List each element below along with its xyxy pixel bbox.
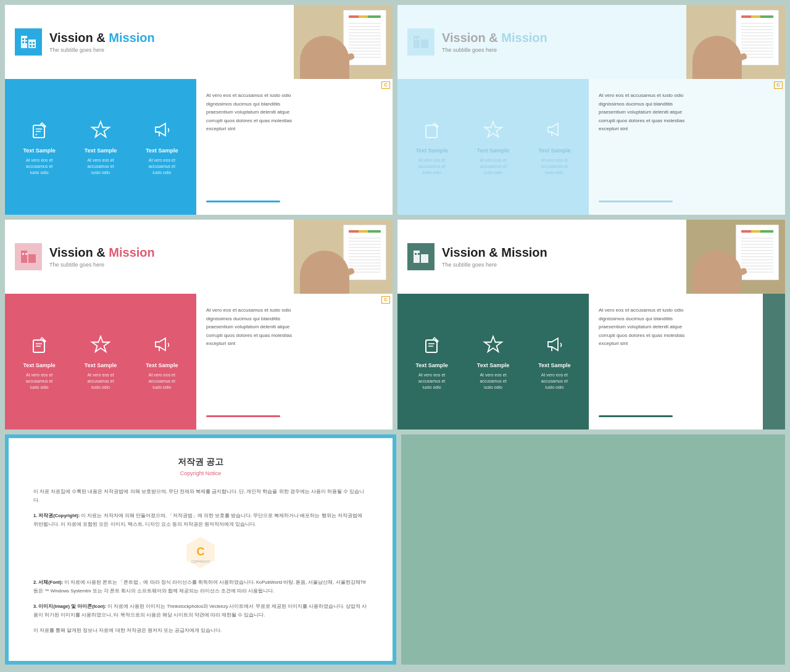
photo-sim-3 <box>294 220 393 294</box>
star-icon-3 <box>89 334 112 356</box>
slide-3-title: Vission & Mission <box>49 246 155 260</box>
body-text-1: At vero eos et accusamus et iusto odio d… <box>206 91 383 133</box>
star-icon-2 <box>482 119 504 141</box>
svg-rect-8 <box>30 45 31 47</box>
svg-rect-6 <box>30 42 31 44</box>
watermark-2: C <box>774 81 783 89</box>
slide-2: Vission & Mission The subtitle goes here <box>397 5 785 215</box>
slide-2-header: Vission & Mission The subtitle goes here <box>397 5 785 79</box>
photo-sim-1 <box>294 5 393 79</box>
svg-rect-28 <box>414 251 420 263</box>
svg-rect-31 <box>418 253 420 255</box>
row-1: Vission & Mission The subtitle goes here <box>5 5 785 215</box>
icon-col-4-2: Text Sample At vero eos etaccusamus etiu… <box>465 333 521 390</box>
megaphone-icon-circle-3 <box>149 333 174 357</box>
icon-col-2: Text Sample At vero eos etaccusamus etiu… <box>72 118 128 175</box>
body-text-4: At vero eos et accusamus et iusto odio d… <box>599 306 775 348</box>
svg-rect-21 <box>28 254 36 263</box>
icon-col-1-text: At vero eos etaccusamus etiusto odio <box>26 157 52 175</box>
slide-2-title: Vission & Mission <box>442 31 547 45</box>
icon-col-4-1-text: At vero eos etaccusamus etiusto odio <box>418 372 445 390</box>
title-prefix-3: Vission & <box>49 246 109 259</box>
icon-col-3-3-text: At vero eos etaccusamus etiusto odio <box>149 372 175 390</box>
svg-text:C: C <box>197 545 205 558</box>
svg-rect-9 <box>33 45 35 47</box>
edit-icon-circle-2 <box>420 118 444 143</box>
slide-1-body: Text Sample At vero eos etaccusamus etiu… <box>5 79 393 215</box>
photo-sim-4 <box>686 220 785 294</box>
svg-rect-16 <box>415 38 417 40</box>
megaphone-icon <box>151 119 173 141</box>
icon-col-2-2-text: At vero eos etaccusamus etiusto odio <box>480 157 506 175</box>
icon-col-2-1: Text Sample At vero eos etaccusamus etiu… <box>404 118 460 175</box>
icon-col-3-1-text: At vero eos etaccusamus etiusto odio <box>26 372 52 390</box>
title-accent-2: Mission <box>501 31 547 44</box>
svg-rect-30 <box>415 253 417 255</box>
hand-sim <box>300 36 349 79</box>
icon-col-2-3: Text Sample At vero eos etaccusamus etiu… <box>526 118 583 175</box>
slide-2-header-left: Vission & Mission The subtitle goes here <box>397 5 686 79</box>
body-line-3 <box>206 415 280 417</box>
slide-4-body-left: Text Sample At vero eos etaccusamus etiu… <box>397 294 589 429</box>
star-icon-4 <box>482 334 504 356</box>
svg-rect-4 <box>22 41 24 43</box>
icon-col-4-3-text: At vero eos etaccusamus etiusto odio <box>541 372 568 390</box>
edit-icon <box>28 119 51 141</box>
title-prefix-4: Vission & <box>442 246 501 259</box>
hand-sim-4 <box>692 251 742 294</box>
svg-rect-20 <box>21 251 27 263</box>
building-icon-3 <box>19 247 38 267</box>
title-accent: Mission <box>109 31 154 44</box>
slide-4-header: Vission & Mission The subtitle goes here <box>397 220 785 294</box>
slide-1: Vission & Mission The subtitle goes here <box>5 5 393 215</box>
icon-col-3-3: Text Sample At vero eos etaccusamus etiu… <box>134 333 190 390</box>
icon-col-4-2-title: Text Sample <box>477 362 509 368</box>
slide-1-title: Vission & Mission <box>49 31 155 45</box>
slide-1-photo <box>294 5 393 79</box>
slide-2-title-block: Vission & Mission The subtitle goes here <box>442 31 547 53</box>
icon-col-4-3: Text Sample At vero eos etaccusamus etiu… <box>526 333 583 390</box>
photo-sim-2 <box>686 5 785 79</box>
svg-rect-29 <box>421 254 428 263</box>
svg-marker-13 <box>92 122 109 137</box>
icon-col-2-3-text: At vero eos etaccusamus etiusto odio <box>541 157 568 175</box>
icon-col-4-3-title: Text Sample <box>538 362 570 368</box>
body-line-4 <box>599 415 673 417</box>
svg-marker-19 <box>484 122 502 137</box>
hand-sim-2 <box>692 36 742 79</box>
icon-col-4-1: Text Sample At vero eos etaccusamus etiu… <box>404 333 460 390</box>
building-icon-2 <box>411 32 431 52</box>
icon-col-2-2: Text Sample At vero eos etaccusamus etiu… <box>465 118 521 175</box>
megaphone-icon-circle-2 <box>542 118 567 143</box>
edit-icon-circle-3 <box>27 333 52 357</box>
building-icon <box>19 32 38 52</box>
megaphone-icon-3 <box>151 334 173 356</box>
icon-col-1-title: Text Sample <box>23 147 55 154</box>
edit-icon-4 <box>421 334 443 356</box>
title-accent-4: Mission <box>501 246 547 259</box>
icon-col-2-1-text: At vero eos etaccusamus etiusto odio <box>418 157 445 175</box>
edit-icon-2 <box>421 119 443 141</box>
star-icon <box>89 119 112 141</box>
copyright-watermark: C COPYRIGHT <box>33 536 368 572</box>
slide-4: Vission & Mission The subtitle goes here <box>397 220 785 429</box>
icon-col-3-2-text: At vero eos etaccusamus etiusto odio <box>87 372 114 390</box>
svg-rect-14 <box>414 36 420 48</box>
icon-col-3-3-title: Text Sample <box>146 362 178 368</box>
teal-filler <box>401 434 785 665</box>
star-icon-circle-2 <box>481 118 505 143</box>
copyright-para-1: 1. 저작권(Copyright): 이 자료는 저작자에 의해 만들어졌으며,… <box>33 512 368 528</box>
slide-3-header-left: Vission & Mission The subtitle goes here <box>5 220 294 294</box>
slide-4-icon-box <box>407 243 434 270</box>
edit-icon-circle <box>27 118 52 143</box>
star-icon-circle-4 <box>481 333 505 357</box>
watermark-1: C <box>381 81 390 89</box>
slide-3-body-left: Text Sample At vero eos etaccusamus etiu… <box>5 294 196 429</box>
body-text-3: At vero eos et accusamus et iusto odio d… <box>206 306 383 348</box>
slide-1-header-left: Vission & Mission The subtitle goes here <box>5 5 294 79</box>
slide-4-title: Vission & Mission <box>442 246 547 260</box>
teal-accent-block <box>763 294 785 429</box>
slide-4-title-block: Vission & Mission The subtitle goes here <box>442 246 547 268</box>
edit-icon-3 <box>28 334 51 356</box>
svg-rect-7 <box>33 42 35 44</box>
